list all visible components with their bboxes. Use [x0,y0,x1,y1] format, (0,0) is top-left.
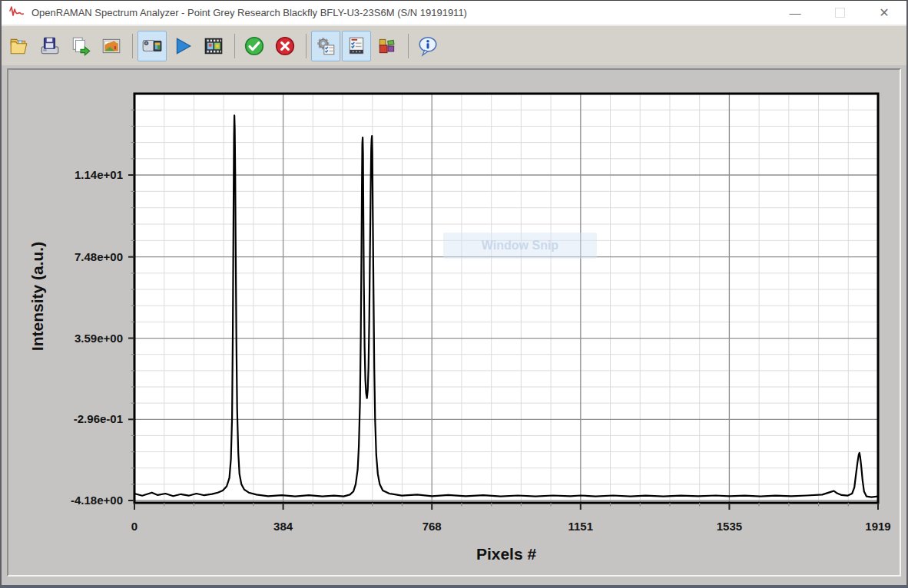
info-balloon-icon [417,35,439,57]
toolbar-separator [306,34,307,58]
maximize-button[interactable] [817,1,862,25]
plot-area[interactable]: Window Snip [128,89,889,516]
red-cross-icon [274,35,296,57]
y-tick-label: 1.14e+01 [29,168,123,181]
window-controls: — ✕ [773,1,906,25]
open-folder-button[interactable] [5,31,34,61]
image-icon [101,35,122,57]
checklist-button[interactable] [342,31,371,61]
histogram-blocks-button[interactable] [373,31,402,61]
export-button[interactable] [66,31,95,61]
minimize-button[interactable]: — [773,1,817,25]
gear-checklist-icon [315,35,336,57]
y-tick-label: 7.48e+00 [29,250,123,263]
close-button[interactable]: ✕ [862,1,906,25]
y-tick-label: -4.18e+00 [29,494,123,507]
save-image-button[interactable] [97,31,126,61]
color-blocks-icon [376,35,398,57]
filmstrip-icon [203,35,224,57]
toolbar [2,25,906,65]
play-button[interactable] [168,31,197,61]
toolbar-separator [408,34,409,58]
x-tick-label: 384 [249,520,318,533]
title-bar: OpenRAMAN Spectrum Analyzer - Point Grey… [2,1,906,25]
x-tick-label: 1151 [546,520,615,533]
window-title: OpenRAMAN Spectrum Analyzer - Point Grey… [31,7,467,18]
x-axis-title: Pixels # [476,545,536,563]
app-window: OpenRAMAN Spectrum Analyzer - Point Grey… [0,0,908,588]
toolbar-separator [234,34,235,58]
checklist-icon [346,35,367,57]
camera-button[interactable] [138,31,167,61]
export-pages-icon [70,35,91,57]
green-check-icon [244,35,265,57]
open-folder-icon [8,35,30,57]
client-area: Window Snip Intensity (a.u.) Pixels # 1.… [2,65,906,585]
spectrum-chart: Window Snip Intensity (a.u.) Pixels # 1.… [2,65,908,588]
cancel-button[interactable] [270,31,300,61]
y-tick-label: 3.59e+00 [29,332,123,345]
accept-button[interactable] [240,31,269,61]
x-tick-label: 1919 [843,520,908,533]
play-icon [172,35,194,57]
filmstrip-button[interactable] [199,31,228,61]
window-snip-watermark: Window Snip [443,233,597,259]
toolbar-separator [132,34,133,58]
info-button[interactable] [413,31,442,61]
app-spectrum-icon [8,5,25,21]
camera-icon [141,35,163,57]
maximize-icon [835,8,845,18]
x-tick-label: 0 [100,520,169,533]
y-tick-label: -2.96e-01 [29,412,123,425]
settings-gear-button[interactable] [311,31,340,61]
save-button[interactable] [35,31,65,61]
save-icon [39,35,61,57]
x-tick-label: 768 [397,520,466,533]
x-tick-label: 1535 [694,520,764,533]
